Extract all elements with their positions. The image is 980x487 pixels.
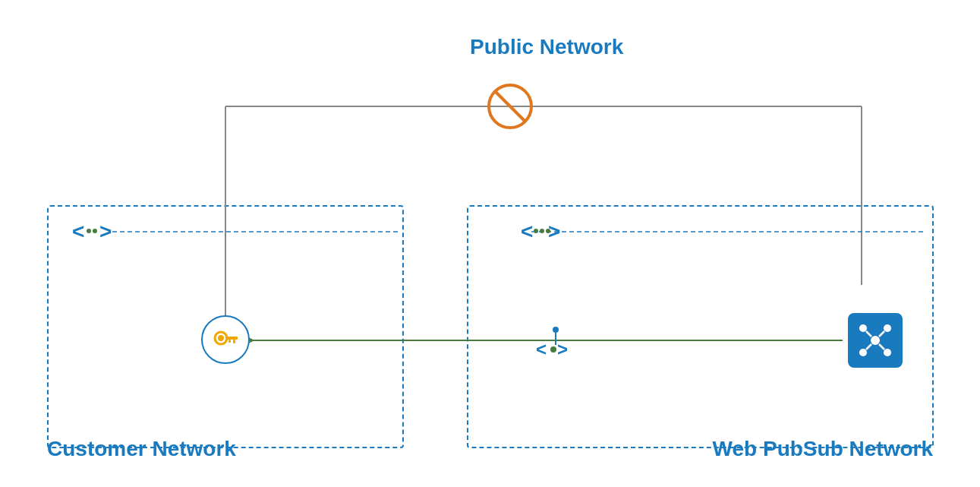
public-network-label: Public Network <box>470 35 623 59</box>
svg-point-35 <box>884 349 891 356</box>
svg-line-36 <box>879 344 884 349</box>
diagram: Public Network Customer Network Web PubS… <box>0 0 980 487</box>
svg-text:>: > <box>99 220 112 243</box>
svg-text:<: < <box>536 339 547 356</box>
middle-endpoint-icon: < > <box>536 327 575 354</box>
no-entry-icon <box>486 82 534 131</box>
svg-point-33 <box>859 349 867 356</box>
svg-line-30 <box>866 331 871 337</box>
webpubsub-service-icon <box>848 313 903 368</box>
svg-text:>: > <box>548 220 560 243</box>
svg-point-24 <box>218 335 224 341</box>
svg-text:>: > <box>557 339 568 356</box>
svg-point-12 <box>534 229 538 233</box>
svg-point-16 <box>553 327 559 333</box>
svg-point-9 <box>93 229 97 233</box>
svg-point-19 <box>550 346 556 353</box>
svg-rect-26 <box>233 340 235 343</box>
svg-line-22 <box>495 91 525 122</box>
customer-endpoint-icon: < > <box>72 217 112 245</box>
svg-text:<: < <box>521 220 533 243</box>
svg-rect-25 <box>225 337 238 340</box>
svg-line-32 <box>879 331 884 337</box>
svg-rect-27 <box>228 340 231 343</box>
key-icon <box>201 315 250 364</box>
svg-point-29 <box>859 324 867 332</box>
svg-line-34 <box>866 344 871 349</box>
svg-point-31 <box>884 324 891 332</box>
svg-text:<: < <box>72 220 84 243</box>
svg-point-8 <box>87 229 91 233</box>
svg-point-13 <box>540 229 544 233</box>
svg-point-28 <box>871 336 880 345</box>
webpubsub-left-endpoint-icon: < > <box>521 217 560 245</box>
